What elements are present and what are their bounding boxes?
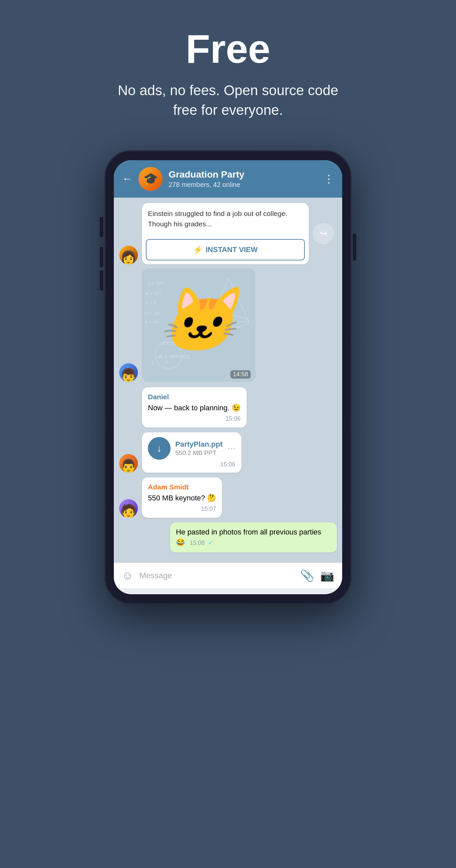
svg-text:θ: θ [165, 360, 168, 365]
group-avatar: 🎓 [139, 167, 162, 191]
hero-title: Free [13, 27, 443, 71]
phone-wrapper: ← 🎓 Graduation Party 278 members, 42 onl… [104, 150, 352, 604]
svg-text:P = 2πr: P = 2πr [145, 311, 160, 316]
avatar [119, 454, 138, 473]
table-row: Adam Smidt 550 MB keynote? 🤔 15:07 [119, 477, 337, 518]
chat-header: ← 🎓 Graduation Party 278 members, 42 onl… [114, 160, 342, 198]
emoji-button[interactable]: ☺ [122, 569, 133, 582]
message-timestamp: 15:06 [148, 415, 241, 423]
chat-name: Graduation Party [169, 169, 317, 180]
instant-view-card: Einstein struggled to find a job out of … [142, 203, 309, 265]
sticker-background: l = πr² A = πr² V = l³ P = 2πr A = πr² [142, 269, 255, 382]
instant-view-label: INSTANT VIEW [206, 245, 258, 254]
math-overlay: l = πr² A = πr² V = l³ P = 2πr A = πr² [142, 269, 255, 382]
more-options-button[interactable]: ⋮ [324, 173, 334, 185]
sticker-timestamp: 14:58 [230, 370, 251, 379]
file-name: PartyPlan.ppt [175, 440, 223, 449]
forward-button[interactable]: ↪ [313, 223, 334, 244]
svg-text:A = πr²: A = πr² [144, 319, 159, 324]
download-icon: ↓ [157, 443, 162, 454]
own-message-bubble: He pasted in photos from all previous pa… [170, 523, 337, 553]
table-row: Daniel Now — back to planning. 😉 15:06 [119, 387, 337, 428]
file-bubble: ↓ PartyPlan.ppt 550.2 MB PPT ⋯ 15:06 [142, 432, 241, 473]
group-avatar-emoji: 🎓 [143, 172, 158, 186]
message-sender: Adam Smidt [148, 482, 216, 492]
input-bar: ☺ Message 📎 📷 [114, 562, 342, 588]
phone-screen: ← 🎓 Graduation Party 278 members, 42 onl… [114, 160, 342, 594]
sticker-message: l = πr² A = πr² V = l³ P = 2πr A = πr² [119, 269, 337, 382]
file-row: ↓ PartyPlan.ppt 550.2 MB PPT ⋯ [148, 437, 235, 460]
hero-subtitle: No ads, no fees. Open source code free f… [111, 81, 345, 120]
table-row: ↓ PartyPlan.ppt 550.2 MB PPT ⋯ 15:06 [119, 432, 337, 473]
table-row: He pasted in photos from all previous pa… [119, 523, 337, 553]
avatar [119, 246, 138, 265]
article-preview-text: Einstein struggled to find a job out of … [142, 203, 309, 235]
read-tick-icon: ✓ [208, 539, 213, 546]
table-row: Einstein struggled to find a job out of … [119, 203, 337, 265]
message-bubble: Adam Smidt 550 MB keynote? 🤔 15:07 [142, 477, 222, 518]
attach-button[interactable]: 📎 [300, 569, 314, 582]
message-text: Now — back to planning. 😉 [148, 404, 241, 412]
message-bubble: Daniel Now — back to planning. 😉 15:06 [142, 387, 247, 428]
message-text: 550 MB keynote? 🤔 [148, 494, 216, 502]
message-timestamp: 15:08 [190, 539, 205, 546]
avatar [119, 499, 138, 518]
file-size: 550.2 MB PPT [175, 450, 223, 457]
lightning-icon: ⚡ [193, 245, 203, 254]
camera-button[interactable]: 📷 [320, 569, 334, 582]
message-timestamp: 15:06 [148, 461, 235, 468]
input-right-icons: 📎 📷 [300, 569, 334, 582]
avatar [119, 363, 138, 382]
message-sender: Daniel [148, 392, 241, 402]
back-button[interactable]: ← [122, 173, 132, 185]
instant-view-button[interactable]: ⚡ INSTANT VIEW [146, 239, 305, 260]
file-info: PartyPlan.ppt 550.2 MB PPT [175, 440, 223, 457]
file-more-options[interactable]: ⋯ [227, 444, 235, 453]
chat-meta: 278 members, 42 online [169, 181, 317, 189]
hero-section: Free No ads, no fees. Open source code f… [0, 0, 456, 140]
sticker-container: l = πr² A = πr² V = l³ P = 2πr A = πr² [142, 269, 255, 382]
svg-text:V = l³: V = l³ [145, 300, 156, 306]
download-button[interactable]: ↓ [148, 437, 171, 460]
svg-text:L: L [152, 360, 154, 365]
chat-body: Einstein struggled to find a job out of … [114, 198, 342, 562]
phone-outer: ← 🎓 Graduation Party 278 members, 42 onl… [104, 150, 352, 604]
chat-info: Graduation Party 278 members, 42 online [169, 169, 317, 189]
message-input[interactable]: Message [140, 571, 294, 580]
message-timestamp: 15:07 [148, 505, 216, 513]
